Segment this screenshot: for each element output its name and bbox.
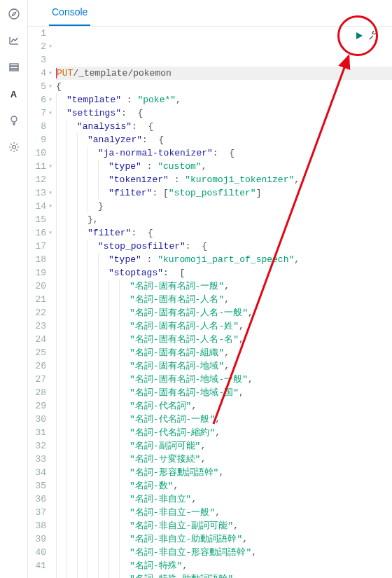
main-panel: Console 12▾34▾5▾6▾7▾891011▾1213▾14▾1516▾… <box>28 0 392 578</box>
code-line[interactable]: } <box>56 200 392 213</box>
code-line[interactable]: "名詞-サ変接続", <box>56 453 392 466</box>
request-path: /_template/pokemon <box>73 67 171 80</box>
code-line[interactable]: "名詞-代名詞", <box>56 399 392 413</box>
code-line[interactable]: "stoptags": [ <box>56 266 392 280</box>
line-gutter: 12▾34▾5▾6▾7▾891011▾1213▾14▾1516▾17181920… <box>28 27 56 578</box>
code-line[interactable]: "stop_posfilter": { <box>56 240 392 253</box>
code-line[interactable]: "名詞-非自立-形容動詞語幹", <box>56 546 392 559</box>
http-method: PUT <box>57 67 73 80</box>
code-line[interactable]: "名詞-非自立", <box>56 493 392 506</box>
code-editor[interactable]: 12▾34▾5▾6▾7▾891011▾1213▾14▾1516▾17181920… <box>28 27 392 578</box>
svg-point-0 <box>9 9 19 19</box>
code-line[interactable]: "filter": { <box>56 226 392 240</box>
run-icon[interactable] <box>354 31 364 45</box>
tab-console[interactable]: Console <box>49 0 90 26</box>
code-line[interactable]: "名詞-特殊-助動詞語幹", <box>56 572 392 578</box>
code-line[interactable]: }, <box>56 213 392 226</box>
code-line[interactable]: "名詞-固有名詞-地域-国", <box>56 386 392 399</box>
wrench-icon[interactable] <box>368 31 378 45</box>
code-line[interactable]: "名詞-固有名詞-地域", <box>56 359 392 373</box>
code-line[interactable]: "名詞-固有名詞-人名", <box>56 293 392 306</box>
code-line[interactable]: "名詞-固有名詞-一般", <box>56 280 392 293</box>
code-line[interactable]: "名詞-非自立-助動詞語幹", <box>56 532 392 546</box>
code-line[interactable]: "名詞-数", <box>56 479 392 493</box>
code-line[interactable]: "名詞-固有名詞-地域-一般", <box>56 373 392 386</box>
code-area[interactable]: PUT /_template/pokemon{"template" : "pok… <box>56 27 392 578</box>
svg-point-4 <box>11 116 17 122</box>
code-line[interactable]: "名詞-代名詞-一般", <box>56 413 392 426</box>
chart-icon[interactable] <box>7 34 21 48</box>
bulb-icon[interactable] <box>7 113 21 128</box>
code-line[interactable]: "名詞-特殊", <box>56 559 392 572</box>
svg-rect-2 <box>10 67 18 69</box>
svg-point-5 <box>12 146 15 149</box>
code-line[interactable]: "名詞-固有名詞-人名-姓", <box>56 319 392 333</box>
code-line[interactable]: "template" : "poke*", <box>56 93 392 106</box>
code-line[interactable]: "settings": { <box>56 106 392 120</box>
code-line[interactable]: "type" : "kuromoji_part_of_speech", <box>56 253 392 266</box>
code-line[interactable]: PUT /_template/pokemon <box>56 67 392 80</box>
code-line[interactable]: "名詞-代名詞-縮約", <box>56 426 392 439</box>
compass-icon[interactable] <box>7 7 21 21</box>
left-sidebar: A <box>0 0 28 578</box>
layers-icon[interactable] <box>7 60 21 74</box>
code-line[interactable]: "ja-normal-tokenizer": { <box>56 146 392 160</box>
code-line[interactable]: "名詞-固有名詞-組織", <box>56 346 392 359</box>
code-line[interactable]: "名詞-非自立-一般", <box>56 506 392 519</box>
code-line[interactable]: "名詞-副詞可能", <box>56 439 392 453</box>
svg-rect-3 <box>10 69 18 71</box>
code-line[interactable]: "type" : "custom", <box>56 160 392 173</box>
letter-a-icon[interactable]: A <box>7 87 21 101</box>
code-line[interactable]: "名詞-非自立-副詞可能", <box>56 519 392 532</box>
code-line[interactable]: "名詞-固有名詞-人名-一般", <box>56 306 392 319</box>
code-line[interactable]: "tokenizer" : "kuromoji_tokenizer", <box>56 173 392 186</box>
code-line[interactable]: { <box>56 80 392 93</box>
code-line[interactable]: "名詞-形容動詞語幹", <box>56 466 392 479</box>
code-line[interactable]: "analysis": { <box>56 120 392 133</box>
svg-rect-1 <box>10 64 18 66</box>
code-line[interactable]: "analyzer": { <box>56 133 392 146</box>
tab-bar: Console <box>28 0 392 27</box>
gear-icon[interactable] <box>7 140 21 154</box>
code-line[interactable]: "名詞-固有名詞-人名-名", <box>56 333 392 346</box>
code-line[interactable]: "filter": ["stop_posfilter"] <box>56 186 392 200</box>
